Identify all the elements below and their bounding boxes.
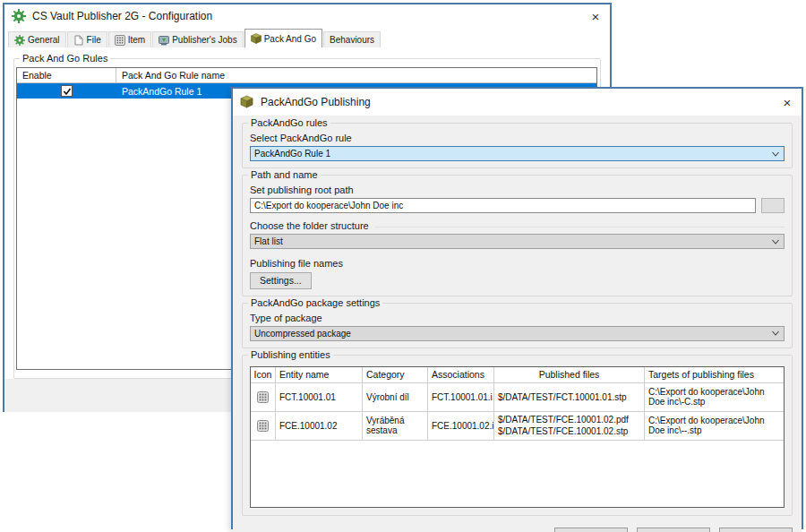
published-file: $/DATA/TEST/FCE.10001.02.pdf — [498, 414, 640, 425]
config-titlebar[interactable]: CS Vault Publisher 2G - Configuration × — [4, 4, 610, 28]
folder-structure-label: Choose the folder structure — [250, 220, 785, 231]
config-tabstrip: General File Item Publisher's Jobs Pack … — [4, 28, 610, 47]
tab-label: Item — [128, 35, 145, 45]
dialog-titlebar[interactable]: PackAndGo Publishing × — [233, 89, 802, 116]
entity-name-cell: FCE.10001.02 — [276, 412, 363, 440]
package-type-select[interactable]: Uncompressed package — [250, 326, 785, 341]
tab-item[interactable]: Item — [108, 31, 151, 47]
group-label: PackAndGo rules — [248, 117, 330, 128]
tab-label: Pack And Go — [264, 34, 316, 44]
target-cell: C:\Export do kooperace\John Doe inc\-C.s… — [645, 383, 784, 411]
group-label: Pack And Go Rules — [20, 53, 110, 64]
chevron-down-icon — [771, 150, 780, 159]
enable-cell — [17, 83, 116, 99]
entities-table-header: Icon Entity name Category Associations P… — [251, 367, 784, 383]
config-window-title: CS Vault Publisher 2G - Configuration — [32, 10, 212, 22]
category-cell: Výrobní díl — [363, 383, 428, 411]
category-cell: Vyráběná sestava — [363, 412, 428, 440]
close-icon[interactable]: × — [581, 4, 610, 28]
path-and-name-group: Path and name Set publishing root path C… — [242, 175, 793, 296]
entities-table[interactable]: Icon Entity name Category Associations P… — [250, 366, 785, 508]
file-names-label: Publishing file names — [250, 258, 785, 269]
cancel-button[interactable]: Cancel — [719, 528, 793, 532]
tab-pack-and-go[interactable]: Pack And Go — [244, 29, 322, 47]
entity-icon-cell — [251, 412, 276, 440]
dialog-footer: Help Publishing Cancel — [242, 522, 793, 532]
package-settings-group: PackAndGo package settings Type of packa… — [242, 303, 793, 348]
table-row[interactable]: FCT.10001.01 Výrobní díl FCT.10001.01.i … — [251, 383, 784, 412]
select-rule-label: Select PackAndGo rule — [250, 133, 785, 143]
package-icon — [240, 95, 254, 109]
settings-button[interactable]: Settings... — [250, 272, 312, 289]
chevron-down-icon — [771, 329, 780, 338]
item-icon — [257, 391, 269, 403]
package-icon — [251, 33, 262, 44]
close-icon[interactable]: × — [773, 89, 802, 116]
chevron-down-icon — [771, 237, 780, 246]
enable-checkbox[interactable] — [61, 85, 73, 97]
column-header-icon[interactable]: Icon — [251, 367, 276, 382]
published-file: $/DATA/TEST/FCT.10001.01.stp — [498, 391, 640, 403]
tab-general[interactable]: General — [8, 31, 66, 47]
package-type-value: Uncompressed package — [254, 329, 771, 339]
rules-table-header: Enable Pack And Go Rule name — [17, 68, 596, 83]
file-icon — [73, 35, 84, 46]
package-type-label: Type of package — [250, 313, 785, 323]
published-files-cell: $/DATA/TEST/FCT.10001.01.stp — [494, 383, 645, 411]
tab-publishers-jobs[interactable]: Publisher's Jobs — [152, 31, 244, 47]
target-cell: C:\Export do kooperace\John Doe inc\--.s… — [645, 412, 784, 440]
published-files-cell: $/DATA/TEST/FCE.10001.02.pdf $/DATA/TEST… — [494, 412, 645, 440]
item-icon — [257, 420, 269, 432]
root-path-row — [250, 198, 785, 213]
column-header-targets[interactable]: Targets of publishing files — [645, 367, 784, 382]
group-label: PackAndGo package settings — [248, 297, 382, 308]
tab-file[interactable]: File — [67, 31, 107, 47]
rule-select[interactable]: PackAndGo Rule 1 — [250, 146, 785, 161]
root-path-label: Set publishing root path — [250, 184, 785, 195]
associations-cell: FCE.10001.02.i — [428, 412, 494, 440]
gear-icon — [14, 35, 25, 46]
associations-cell: FCT.10001.01.i — [428, 383, 494, 411]
folder-structure-value: Flat list — [254, 236, 771, 246]
tab-label: Behaviours — [330, 35, 374, 45]
table-row[interactable]: FCE.10001.02 Vyráběná sestava FCE.10001.… — [251, 412, 784, 441]
tab-label: Publisher's Jobs — [172, 35, 237, 45]
group-label: Publishing entities — [248, 349, 333, 360]
root-path-input[interactable] — [250, 198, 756, 213]
tab-label: File — [87, 35, 101, 45]
published-file: $/DATA/TEST/FCE.10001.02.stp — [498, 425, 640, 437]
column-header-enable[interactable]: Enable — [17, 68, 116, 82]
entity-name-cell: FCT.10001.01 — [276, 383, 363, 411]
column-header-category[interactable]: Category — [363, 367, 428, 382]
entity-icon-cell — [251, 383, 276, 411]
column-header-rule-name[interactable]: Pack And Go Rule name — [116, 68, 596, 82]
folder-structure-select[interactable]: Flat list — [250, 234, 785, 249]
packandgo-rules-group: PackAndGo rules Select PackAndGo rule Pa… — [242, 123, 793, 168]
group-label: Path and name — [248, 169, 321, 180]
tab-label: General — [28, 35, 60, 45]
column-header-entity[interactable]: Entity name — [276, 367, 363, 382]
column-header-associations[interactable]: Associations — [428, 367, 494, 382]
publishing-entities-group: Publishing entities Icon Entity name Cat… — [242, 355, 793, 516]
gear-icon — [12, 9, 26, 23]
browse-button[interactable] — [761, 198, 785, 213]
desktop: CS Vault Publisher 2G - Configuration × … — [0, 0, 806, 532]
help-button[interactable]: Help — [554, 528, 628, 532]
packandgo-publishing-dialog: PackAndGo Publishing × PackAndGo rules S… — [231, 87, 803, 529]
publishing-button[interactable]: Publishing — [637, 528, 710, 532]
dialog-title: PackAndGo Publishing — [261, 96, 371, 108]
column-header-published[interactable]: Published files — [494, 367, 645, 382]
jobs-icon — [159, 35, 169, 46]
tab-behaviours[interactable]: Behaviours — [323, 31, 381, 47]
dialog-body: PackAndGo rules Select PackAndGo rule Pa… — [233, 116, 802, 532]
rule-select-value: PackAndGo Rule 1 — [254, 149, 771, 159]
item-icon — [115, 35, 125, 46]
